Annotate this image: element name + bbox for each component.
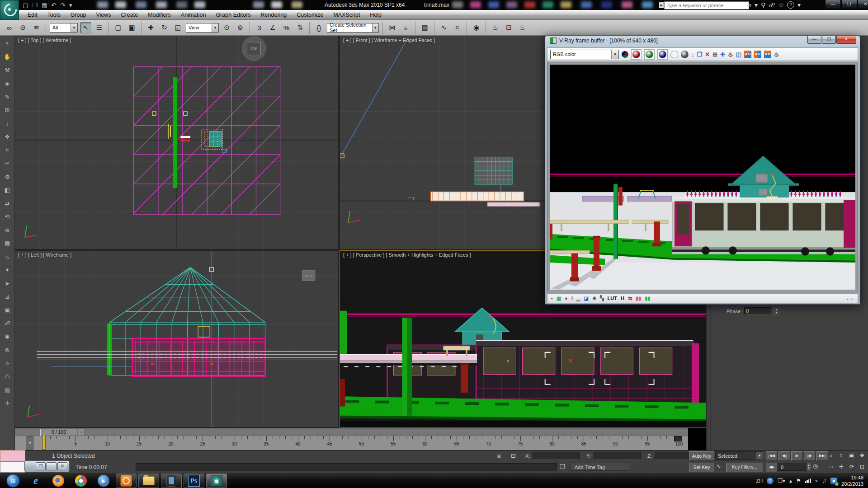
color-sphere[interactable]: ●	[565, 296, 568, 301]
save-image-button[interactable]: ↓	[691, 51, 694, 58]
vfb-expand-chevron[interactable]: ⌄⌄	[846, 296, 854, 300]
monochromatic-button[interactable]	[681, 51, 689, 58]
pixel-info[interactable]: i	[571, 296, 573, 301]
menu-rendering[interactable]: Rendering	[256, 10, 292, 19]
left-toolbar-button-23[interactable]: ✱	[2, 332, 12, 342]
menu-maxscript[interactable]: MAXScript	[328, 10, 365, 19]
orbit-button[interactable]: ⟳	[847, 463, 856, 471]
open-mini-curve-editor-button[interactable]: ◄	[26, 436, 33, 450]
selection-filter-value[interactable]: All▼	[50, 23, 78, 33]
menu-group[interactable]: Group	[66, 10, 91, 19]
stamp-arrows[interactable]: ⇆	[628, 296, 632, 301]
taskbar-clock[interactable]: 19:48 20/2/2013	[841, 474, 863, 488]
load-image-button[interactable]: ❐	[697, 51, 703, 58]
language-indicator[interactable]: ZH	[756, 478, 763, 483]
left-toolbar-button-12[interactable]: ◧	[2, 185, 12, 195]
subscription-key-icon[interactable]: ⚲	[761, 1, 765, 9]
key-mode-toggle[interactable]: ◀▶	[766, 463, 778, 472]
time-slider-handle[interactable]: 0 / 100	[40, 429, 77, 436]
volume-icon[interactable]: ♫	[822, 478, 826, 484]
align[interactable]: ≡	[400, 22, 411, 33]
window-crossing-toggle[interactable]: ▣	[126, 22, 137, 33]
layer-manager[interactable]: ▤	[419, 22, 430, 33]
network-icon[interactable]	[805, 479, 811, 483]
snap-toggle-3d[interactable]: 3	[254, 22, 265, 33]
stop-render-button[interactable]: ♨	[728, 51, 733, 58]
maximize-viewport-toggle[interactable]: ⊡	[858, 463, 867, 471]
left-toolbar-button-13[interactable]: ⇄	[2, 198, 12, 208]
ab-horizontal-compare-button[interactable]: A B	[744, 51, 751, 58]
viewport-front-label[interactable]: [ + ] [ Front ] [ Wireframe + Edged Face…	[343, 38, 435, 43]
select-object[interactable]: ↖	[80, 22, 91, 33]
pan-view-button[interactable]: ✛	[837, 463, 846, 471]
start-button[interactable]: ⊞	[3, 474, 24, 488]
vfb-maximize-button[interactable]: ❐	[822, 36, 836, 44]
rgb-channels-button[interactable]	[622, 51, 628, 58]
render-setup[interactable]: ♨	[490, 22, 501, 33]
left-toolbar-button-8[interactable]: ❖	[2, 132, 12, 142]
left-toolbar-button-24[interactable]: ⊚	[2, 345, 12, 355]
left-toolbar-button-1[interactable]: ⌖	[2, 38, 12, 48]
close-button[interactable]: ✕	[858, 0, 868, 9]
viewcube-left[interactable]: LEFT	[302, 271, 315, 281]
left-toolbar-button-28[interactable]: ✛	[2, 399, 12, 408]
vfb-minimize-button[interactable]: —	[807, 36, 821, 44]
bind-to-space-warp[interactable]: ≋	[31, 22, 42, 33]
go-to-start-button[interactable]: |◀◀	[766, 451, 778, 461]
mini-close-button[interactable]: ✕	[57, 462, 67, 470]
select-and-scale[interactable]: ◱	[172, 22, 184, 33]
lut-toggle[interactable]: LUT	[608, 296, 617, 301]
set-key-button[interactable]: Set Key	[689, 463, 714, 472]
help-options-chevron[interactable]: ▾	[797, 1, 801, 9]
infocenter-collapse-arrow[interactable]: ▸	[659, 2, 664, 8]
select-and-link[interactable]: ∞	[4, 22, 15, 33]
zoom-extents-all-button[interactable]: ❖	[858, 451, 867, 460]
play-button[interactable]: ▶	[791, 451, 803, 461]
next-frame-arrow[interactable]: ›	[78, 429, 85, 436]
left-toolbar-button-7[interactable]: ↕	[2, 118, 12, 128]
histogram[interactable]: ▂	[576, 296, 580, 301]
communication-center-icon[interactable]: ☍	[769, 1, 775, 9]
ime-help-icon[interactable]: ?	[767, 478, 774, 484]
viewport-left-label[interactable]: [ + ] [ Left ] [ Wireframe ]	[18, 252, 71, 258]
action-center-icon[interactable]: ⚑	[796, 478, 801, 484]
spinner-snap-toggle[interactable]: ⇅	[294, 22, 306, 33]
left-toolbar-button-9[interactable]: ⌗	[2, 145, 12, 155]
viewport-perspective-label[interactable]: [ + ] [ Perspective ] [ Smooth + Highlig…	[343, 252, 471, 258]
absolute-mode-icon[interactable]: ⊡	[511, 452, 516, 459]
favorites-star-icon[interactable]: ☆	[778, 1, 784, 9]
left-toolbar-button-27[interactable]: ▧	[2, 385, 12, 395]
taskbar-photoshop-icon[interactable]: Ps	[184, 474, 204, 488]
taskbar-chrome-icon[interactable]	[71, 474, 91, 488]
taskbar-3dsmax-icon[interactable]: ◉	[206, 474, 227, 488]
material-editor[interactable]: ◉	[471, 22, 482, 33]
left-toolbar-button-5[interactable]: ✎	[2, 92, 12, 102]
left-toolbar-button-19[interactable]: ➤	[2, 278, 12, 288]
minimize-button[interactable]: —	[825, 0, 841, 9]
edit-named-selection-sets[interactable]: {}	[313, 22, 325, 33]
taskbar-screenshot-app-icon[interactable]	[116, 474, 137, 488]
render-production[interactable]: ♨	[517, 22, 528, 33]
schematic-view[interactable]: ⌗	[452, 22, 463, 33]
left-toolbar-button-14[interactable]: ⟲	[2, 212, 12, 222]
left-toolbar-button-2[interactable]: ✋	[2, 52, 12, 62]
left-toolbar-button-22[interactable]: ☍	[2, 319, 12, 328]
left-toolbar-button-15[interactable]: ⊕	[2, 225, 12, 235]
menu-modifiers[interactable]: Modifiers	[143, 10, 176, 19]
preview-toggle[interactable]: ▪	[551, 296, 553, 301]
select-by-name[interactable]: ☰	[94, 22, 105, 33]
phase-field[interactable]: 0	[744, 307, 771, 315]
left-toolbar-button-10[interactable]: ✂	[2, 159, 12, 169]
time-configuration-button[interactable]: ◷	[813, 463, 818, 469]
keyframe-marker[interactable]	[674, 436, 682, 441]
ab-vertical-compare-button[interactable]: A B	[754, 51, 761, 58]
vfb-title-bar[interactable]: V-Ray frame buffer - [100% of 640 x 480]	[550, 38, 658, 44]
red-channel-button[interactable]	[631, 49, 642, 60]
menu-create[interactable]: Create	[116, 10, 143, 19]
use-pivot-point-center[interactable]: ⊙	[221, 22, 232, 33]
taskbar-firefox-icon[interactable]	[48, 474, 69, 488]
select-and-move[interactable]: ✚	[145, 22, 156, 33]
taskbar-device-app-icon[interactable]	[161, 474, 182, 488]
new-key-curve-icon[interactable]: ∿	[716, 463, 721, 469]
key-filters-button[interactable]: Key Filters...	[726, 463, 763, 472]
